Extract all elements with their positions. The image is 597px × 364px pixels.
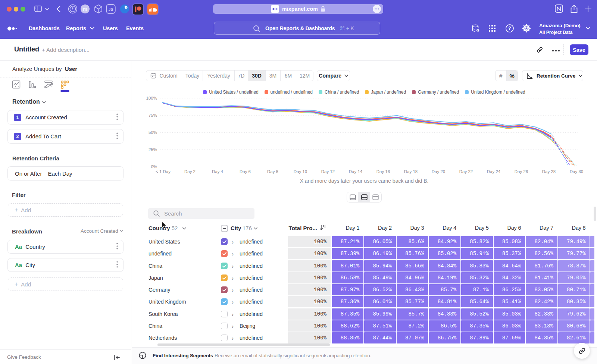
svg-text:Day 16: Day 16 (376, 169, 390, 174)
svg-text:Day 4: Day 4 (212, 169, 224, 174)
svg-text:50%: 50% (149, 130, 157, 135)
svg-text:Day 30: Day 30 (570, 169, 583, 174)
svg-text:Day 24: Day 24 (487, 169, 501, 174)
svg-text:0%: 0% (151, 164, 157, 169)
svg-text:Day 26: Day 26 (515, 169, 528, 174)
svg-text:100%: 100% (146, 96, 157, 100)
svg-text:25%: 25% (149, 147, 157, 152)
svg-text:Day 2: Day 2 (184, 169, 196, 174)
svg-text:Day 10: Day 10 (294, 169, 307, 174)
svg-text:Day 28: Day 28 (542, 169, 556, 174)
svg-text:Day 22: Day 22 (459, 169, 473, 174)
svg-text:Day 12: Day 12 (321, 169, 335, 174)
svg-text:Day 20: Day 20 (432, 169, 445, 174)
svg-text:Day 6: Day 6 (240, 169, 251, 174)
svg-text:Day 14: Day 14 (349, 169, 363, 174)
svg-text:Day 18: Day 18 (404, 169, 418, 174)
svg-text:< 1 Day: < 1 Day (156, 169, 171, 174)
svg-text:Day 8: Day 8 (267, 169, 278, 174)
svg-text:75%: 75% (149, 113, 157, 117)
